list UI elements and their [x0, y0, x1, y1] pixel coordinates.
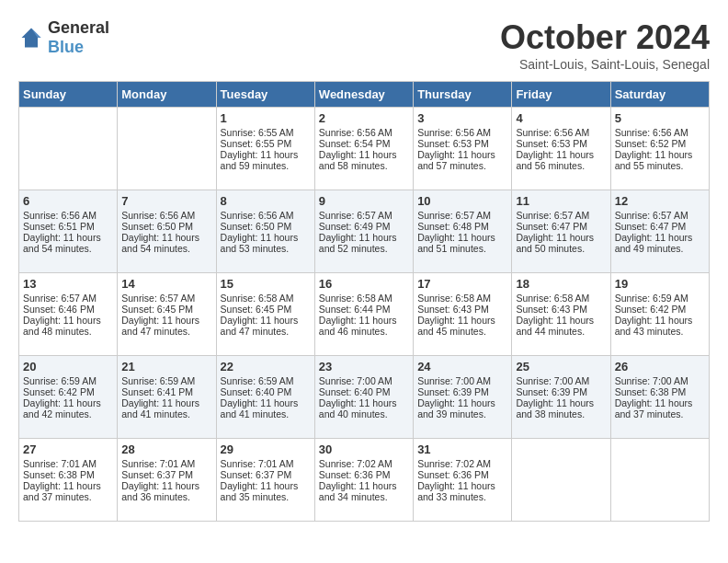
- daylight-text: Daylight: 11 hours and 47 minutes.: [121, 315, 211, 337]
- day-number: 15: [221, 277, 311, 291]
- daylight-text: Daylight: 11 hours and 56 minutes.: [516, 149, 606, 171]
- day-number: 9: [319, 194, 409, 208]
- daylight-text: Daylight: 11 hours and 43 minutes.: [615, 315, 705, 337]
- calendar-cell: [610, 439, 709, 522]
- sunset-text: Sunset: 6:37 PM: [221, 469, 311, 480]
- day-number: 2: [319, 111, 409, 125]
- daylight-text: Daylight: 11 hours and 46 minutes.: [319, 315, 409, 337]
- calendar-week-row: 6 Sunrise: 6:56 AM Sunset: 6:51 PM Dayli…: [19, 190, 710, 273]
- sunset-text: Sunset: 6:39 PM: [417, 386, 507, 397]
- daylight-text: Daylight: 11 hours and 50 minutes.: [516, 232, 606, 254]
- location-text: Saint-Louis, Saint-Louis, Senegal: [500, 57, 710, 72]
- calendar-cell: 27 Sunrise: 7:01 AM Sunset: 6:38 PM Dayl…: [19, 439, 118, 522]
- daylight-text: Daylight: 11 hours and 39 minutes.: [417, 397, 507, 419]
- sunrise-text: Sunrise: 6:55 AM: [221, 127, 311, 138]
- calendar-cell: 14 Sunrise: 6:57 AM Sunset: 6:45 PM Dayl…: [118, 273, 216, 356]
- day-number: 27: [23, 442, 113, 456]
- sunrise-text: Sunrise: 6:56 AM: [417, 127, 507, 138]
- sunrise-text: Sunrise: 7:00 AM: [615, 375, 705, 386]
- calendar-cell: 25 Sunrise: 7:00 AM Sunset: 6:39 PM Dayl…: [512, 356, 610, 439]
- day-number: 18: [516, 277, 606, 291]
- sunset-text: Sunset: 6:40 PM: [221, 386, 311, 397]
- daylight-text: Daylight: 11 hours and 58 minutes.: [319, 149, 409, 171]
- calendar-cell: 9 Sunrise: 6:57 AM Sunset: 6:49 PM Dayli…: [314, 190, 413, 273]
- day-header-wednesday: Wednesday: [314, 82, 413, 108]
- calendar-cell: 3 Sunrise: 6:56 AM Sunset: 6:53 PM Dayli…: [414, 108, 512, 190]
- day-number: 26: [615, 360, 705, 373]
- sunrise-text: Sunrise: 6:57 AM: [516, 210, 606, 221]
- day-number: 25: [516, 360, 606, 373]
- sunset-text: Sunset: 6:50 PM: [121, 221, 211, 232]
- sunrise-text: Sunrise: 6:56 AM: [221, 210, 311, 221]
- calendar-cell: [118, 108, 216, 190]
- sunset-text: Sunset: 6:38 PM: [615, 386, 705, 397]
- day-number: 1: [221, 111, 311, 125]
- sunrise-text: Sunrise: 6:57 AM: [121, 293, 211, 304]
- day-number: 21: [121, 360, 211, 373]
- daylight-text: Daylight: 11 hours and 40 minutes.: [319, 397, 409, 419]
- daylight-text: Daylight: 11 hours and 48 minutes.: [23, 315, 113, 337]
- daylight-text: Daylight: 11 hours and 38 minutes.: [516, 397, 606, 419]
- day-number: 5: [615, 111, 705, 125]
- daylight-text: Daylight: 11 hours and 44 minutes.: [516, 315, 606, 337]
- calendar-cell: 18 Sunrise: 6:58 AM Sunset: 6:43 PM Dayl…: [512, 273, 610, 356]
- calendar-week-row: 1 Sunrise: 6:55 AM Sunset: 6:55 PM Dayli…: [19, 108, 710, 190]
- sunset-text: Sunset: 6:46 PM: [23, 304, 113, 315]
- calendar-header-row: SundayMondayTuesdayWednesdayThursdayFrid…: [19, 82, 710, 108]
- sunrise-text: Sunrise: 7:02 AM: [417, 458, 507, 469]
- calendar-cell: 6 Sunrise: 6:56 AM Sunset: 6:51 PM Dayli…: [19, 190, 118, 273]
- day-number: 28: [121, 442, 211, 456]
- daylight-text: Daylight: 11 hours and 52 minutes.: [319, 232, 409, 254]
- day-number: 31: [417, 442, 507, 456]
- sunset-text: Sunset: 6:47 PM: [615, 221, 705, 232]
- daylight-text: Daylight: 11 hours and 37 minutes.: [615, 397, 705, 419]
- sunrise-text: Sunrise: 6:59 AM: [23, 375, 113, 386]
- day-header-tuesday: Tuesday: [216, 82, 314, 108]
- day-header-sunday: Sunday: [19, 82, 118, 108]
- sunset-text: Sunset: 6:50 PM: [221, 221, 311, 232]
- day-number: 17: [417, 277, 507, 291]
- day-number: 8: [221, 194, 311, 208]
- sunrise-text: Sunrise: 6:58 AM: [417, 293, 507, 304]
- day-number: 13: [23, 277, 113, 291]
- daylight-text: Daylight: 11 hours and 35 minutes.: [221, 480, 311, 502]
- day-number: 3: [417, 111, 507, 125]
- calendar-cell: 4 Sunrise: 6:56 AM Sunset: 6:53 PM Dayli…: [512, 108, 610, 190]
- calendar-cell: 29 Sunrise: 7:01 AM Sunset: 6:37 PM Dayl…: [216, 439, 314, 522]
- daylight-text: Daylight: 11 hours and 51 minutes.: [417, 232, 507, 254]
- day-number: 24: [417, 360, 507, 373]
- calendar-week-row: 27 Sunrise: 7:01 AM Sunset: 6:38 PM Dayl…: [19, 439, 710, 522]
- calendar-week-row: 13 Sunrise: 6:57 AM Sunset: 6:46 PM Dayl…: [19, 273, 710, 356]
- day-number: 20: [23, 360, 113, 373]
- daylight-text: Daylight: 11 hours and 53 minutes.: [221, 232, 311, 254]
- calendar-cell: 16 Sunrise: 6:58 AM Sunset: 6:44 PM Dayl…: [314, 273, 413, 356]
- daylight-text: Daylight: 11 hours and 55 minutes.: [615, 149, 705, 171]
- sunset-text: Sunset: 6:53 PM: [516, 138, 606, 149]
- calendar-cell: 13 Sunrise: 6:57 AM Sunset: 6:46 PM Dayl…: [19, 273, 118, 356]
- day-number: 16: [319, 277, 409, 291]
- sunset-text: Sunset: 6:45 PM: [221, 304, 311, 315]
- daylight-text: Daylight: 11 hours and 36 minutes.: [121, 480, 211, 502]
- day-header-monday: Monday: [118, 82, 216, 108]
- daylight-text: Daylight: 11 hours and 33 minutes.: [417, 480, 507, 502]
- sunrise-text: Sunrise: 6:57 AM: [615, 210, 705, 221]
- sunrise-text: Sunrise: 6:58 AM: [516, 293, 606, 304]
- daylight-text: Daylight: 11 hours and 47 minutes.: [221, 315, 311, 337]
- sunrise-text: Sunrise: 7:01 AM: [23, 458, 113, 469]
- logo-blue-text: Blue: [48, 38, 84, 56]
- calendar-cell: 21 Sunrise: 6:59 AM Sunset: 6:41 PM Dayl…: [118, 356, 216, 439]
- calendar-cell: 17 Sunrise: 6:58 AM Sunset: 6:43 PM Dayl…: [414, 273, 512, 356]
- calendar-cell: 22 Sunrise: 6:59 AM Sunset: 6:40 PM Dayl…: [216, 356, 314, 439]
- day-number: 12: [615, 194, 705, 208]
- calendar-cell: 10 Sunrise: 6:57 AM Sunset: 6:48 PM Dayl…: [414, 190, 512, 273]
- calendar-cell: 20 Sunrise: 6:59 AM Sunset: 6:42 PM Dayl…: [19, 356, 118, 439]
- calendar-cell: 8 Sunrise: 6:56 AM Sunset: 6:50 PM Dayli…: [216, 190, 314, 273]
- calendar-cell: 15 Sunrise: 6:58 AM Sunset: 6:45 PM Dayl…: [216, 273, 314, 356]
- day-number: 6: [23, 194, 113, 208]
- day-number: 11: [516, 194, 606, 208]
- sunrise-text: Sunrise: 7:01 AM: [121, 458, 211, 469]
- sunrise-text: Sunrise: 6:57 AM: [417, 210, 507, 221]
- sunset-text: Sunset: 6:55 PM: [221, 138, 311, 149]
- logo-icon: [18, 25, 44, 51]
- month-title: October 2024: [500, 18, 710, 57]
